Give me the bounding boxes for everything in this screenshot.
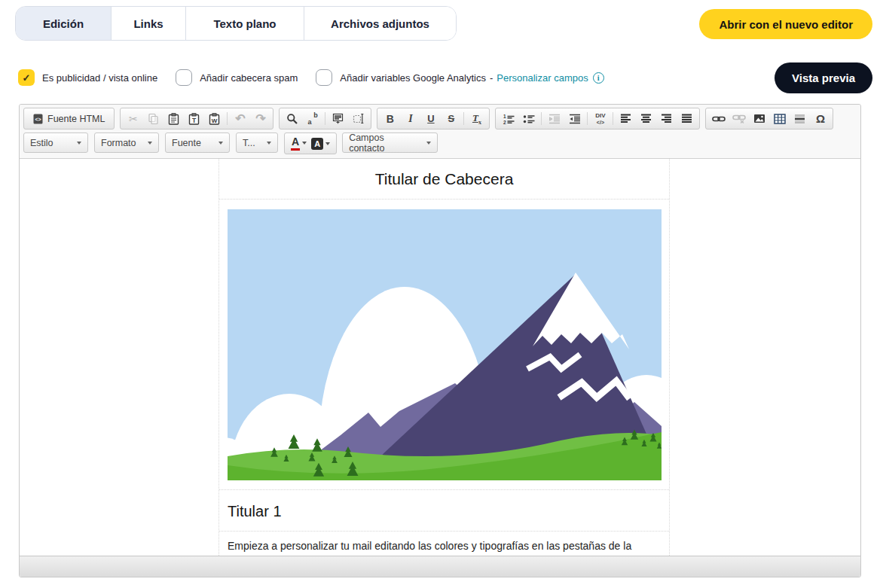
replace-button[interactable]: ba <box>302 110 322 127</box>
mountain-landscape-image[interactable] <box>228 209 662 480</box>
email-image-block[interactable] <box>219 200 669 490</box>
italic-button[interactable]: I <box>400 110 420 127</box>
bold-icon: B <box>387 113 394 125</box>
bold-button[interactable]: B <box>380 110 400 127</box>
find-button[interactable] <box>282 110 302 127</box>
align-center-icon <box>640 114 652 123</box>
tab-archivos-adjuntos[interactable]: Archivos adjuntos <box>304 7 456 40</box>
justify-button[interactable] <box>677 110 697 127</box>
align-right-button[interactable] <box>656 110 677 127</box>
spam-checkbox-label: Añadir cabecera spam <box>200 72 298 84</box>
check-icon: ✓ <box>23 72 31 84</box>
unlink-icon <box>732 114 746 123</box>
ads-checkbox[interactable]: ✓ <box>18 69 35 86</box>
svg-text:2: 2 <box>503 119 506 124</box>
toolbar-separator <box>541 112 542 125</box>
undo-button[interactable]: ↶ <box>230 110 250 127</box>
increase-indent-button[interactable] <box>564 110 585 127</box>
colors-group: A A <box>284 133 337 154</box>
tab-label: Archivos adjuntos <box>331 17 429 30</box>
special-char-button[interactable]: Ω <box>810 110 830 127</box>
strikethrough-button[interactable]: S <box>441 110 461 127</box>
editor-content-area[interactable]: Titular de Cabecera <box>20 159 860 556</box>
numbered-list-button[interactable]: 12 <box>498 110 518 127</box>
email-paragraph[interactable]: Empieza a personalizar tu mail editando … <box>219 532 669 556</box>
source-html-label: Fuente HTML <box>47 114 105 124</box>
numbered-list-icon: 12 <box>503 114 515 124</box>
style-dropdown-label: Estilo <box>30 138 53 148</box>
align-left-button[interactable] <box>616 110 636 127</box>
paste-button[interactable] <box>163 110 184 127</box>
email-header-title[interactable]: Titular de Cabecera <box>219 159 669 200</box>
select-all-icon <box>332 113 344 124</box>
copy-button[interactable] <box>143 110 163 127</box>
source-html-button[interactable]: <> Fuente HTML <box>26 110 112 127</box>
dash-separator: - <box>490 72 493 84</box>
outdent-icon <box>548 114 561 124</box>
remove-format-button[interactable]: Tx <box>466 110 487 127</box>
strikethrough-icon: S <box>448 113 455 124</box>
select-all-button[interactable] <box>328 110 348 127</box>
style-dropdown[interactable]: Estilo <box>23 133 88 153</box>
tab-links[interactable]: Links <box>112 7 186 40</box>
chevron-down-icon <box>148 142 152 145</box>
source-icon: <> <box>33 114 43 124</box>
chevron-down-icon <box>267 142 271 145</box>
chevron-down-icon <box>426 142 431 145</box>
chevron-down-icon <box>218 142 223 145</box>
undo-icon: ↶ <box>235 111 245 126</box>
align-right-icon <box>661 114 672 123</box>
toolbar-separator <box>325 112 325 125</box>
decrease-indent-button[interactable] <box>544 110 564 127</box>
paste-text-icon: T <box>188 113 200 125</box>
paste-from-word-button[interactable]: W <box>204 110 225 127</box>
bulleted-list-icon <box>523 114 535 124</box>
cut-button[interactable]: ✂ <box>123 110 143 127</box>
background-color-button[interactable]: A <box>309 138 332 150</box>
tab-texto-plano[interactable]: Texto plano <box>186 7 304 40</box>
replace-icon: ba <box>310 112 315 126</box>
align-center-button[interactable] <box>636 110 656 127</box>
font-size-dropdown[interactable]: T... <box>236 133 278 153</box>
svg-text:T: T <box>192 116 197 123</box>
font-size-dropdown-label: T... <box>243 138 255 148</box>
unlink-button[interactable] <box>729 110 749 127</box>
remove-format-icon: Tx <box>472 112 481 126</box>
editor-mode-tabs: Edición Links Texto plano Archivos adjun… <box>15 6 457 41</box>
tab-label: Edición <box>43 17 84 30</box>
format-dropdown[interactable]: Formato <box>94 133 159 153</box>
toolbar-separator <box>613 112 613 125</box>
bulleted-list-button[interactable] <box>518 110 539 127</box>
editor-bottom-bar[interactable] <box>20 556 860 577</box>
svg-text:1: 1 <box>503 114 506 119</box>
info-icon[interactable]: i <box>593 72 604 84</box>
redo-button[interactable]: ↷ <box>250 110 270 127</box>
selection-box-button[interactable] <box>348 110 368 127</box>
search-icon <box>286 113 298 125</box>
text-color-button[interactable]: A <box>289 136 309 150</box>
tab-edicion[interactable]: Edición <box>16 7 112 40</box>
open-new-editor-button[interactable]: Abrir con el nuevo editor <box>699 9 872 39</box>
paste-icon <box>168 113 179 125</box>
paste-as-text-button[interactable]: T <box>184 110 204 127</box>
editor-toolbar: <> Fuente HTML ✂ T W ↶ <box>20 105 860 159</box>
email-heading-1[interactable]: Titular 1 <box>219 490 669 532</box>
chevron-down-icon <box>302 142 307 145</box>
div-container-button[interactable]: DIV</> <box>590 110 610 127</box>
link-button[interactable] <box>708 110 729 127</box>
ads-checkbox-label: Es publicidad / vista online <box>42 72 157 84</box>
horizontal-rule-button[interactable] <box>790 110 810 127</box>
preview-button[interactable]: Vista previa <box>775 62 872 93</box>
contact-fields-dropdown[interactable]: Campos contacto <box>342 133 438 153</box>
table-button[interactable] <box>769 110 790 127</box>
omega-icon: Ω <box>816 112 825 125</box>
font-dropdown[interactable]: Fuente <box>165 133 230 153</box>
underline-button[interactable]: U <box>420 110 441 127</box>
spam-checkbox[interactable] <box>176 69 192 86</box>
analytics-checkbox[interactable] <box>316 69 332 86</box>
div-container-icon: DIV</> <box>595 113 605 125</box>
chevron-down-icon <box>325 142 330 145</box>
personalize-fields-link[interactable]: Personalizar campos <box>497 72 588 84</box>
image-button[interactable] <box>749 110 769 127</box>
redo-icon: ↷ <box>255 111 265 126</box>
